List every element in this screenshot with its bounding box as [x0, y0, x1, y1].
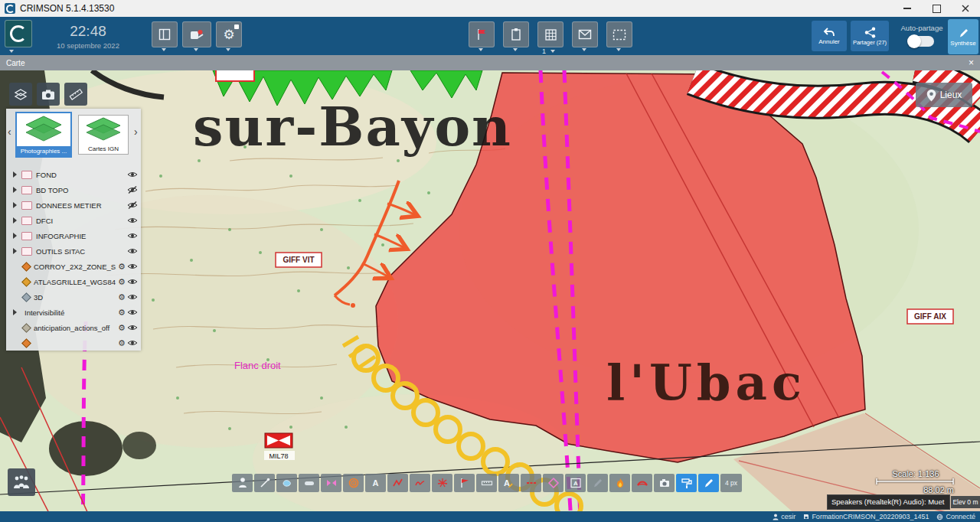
layer-row-3d[interactable]: 3D ⚙: [6, 289, 141, 305]
layout-caret[interactable]: [162, 48, 166, 51]
flag-tool-button[interactable]: [454, 474, 475, 492]
layer-row-donnees-metier[interactable]: DONNEES METIER: [6, 197, 141, 213]
layer-row-intervisibilite[interactable]: Intervisibilité ⚙: [6, 305, 141, 320]
freehand-tool-button[interactable]: [410, 474, 430, 492]
layer-gear-icon[interactable]: ⚙: [116, 262, 127, 272]
autoshare-toggle[interactable]: [908, 36, 934, 47]
cutoff-label-box[interactable]: [216, 70, 254, 81]
map-canvas[interactable]: sur-Bayon l'Ubac GIFF VIT GIFF AIX Flanc…: [0, 70, 980, 511]
cleanup-caret[interactable]: [194, 48, 198, 51]
tab-close-icon[interactable]: ×: [969, 57, 974, 68]
layer-row-fond[interactable]: FOND: [6, 167, 141, 182]
eye-icon[interactable]: [127, 336, 141, 350]
layout-button[interactable]: [152, 21, 178, 47]
eye-icon[interactable]: [127, 275, 141, 289]
clipboard-caret[interactable]: [513, 48, 518, 51]
message-button[interactable]: [572, 21, 598, 47]
grid-button[interactable]: [537, 21, 564, 47]
eye-slash-icon[interactable]: [127, 183, 141, 197]
layer-row-corroy[interactable]: CORROY_2X2_ZONE_S... ⚙: [6, 259, 141, 274]
expander-icon[interactable]: [13, 248, 17, 254]
tab-carte[interactable]: Carte: [6, 59, 24, 67]
share-button[interactable]: Partager (27): [851, 21, 889, 51]
lieux-button[interactable]: Lieux: [916, 83, 972, 107]
mil78-symbol[interactable]: MIL78: [264, 433, 295, 460]
burst-tool-button[interactable]: [432, 474, 452, 492]
line-tool-button[interactable]: [254, 474, 275, 492]
expander-icon[interactable]: [13, 202, 17, 208]
layers-button[interactable]: [9, 83, 32, 106]
diamond-tool-button[interactable]: [543, 474, 564, 492]
eye-icon[interactable]: [127, 305, 141, 319]
cleanup-button[interactable]: [182, 21, 211, 47]
flanc-droit-label[interactable]: Flanc droit: [234, 360, 281, 371]
eye-slash-icon[interactable]: [127, 198, 141, 212]
snapshot-tool-button[interactable]: [654, 474, 675, 492]
dash-tool-button[interactable]: [521, 474, 541, 492]
flame-tool-button[interactable]: [609, 474, 630, 492]
layer-row-unnamed[interactable]: ⚙: [6, 335, 141, 351]
measure-button[interactable]: [64, 83, 87, 106]
target-tool-button[interactable]: [343, 474, 364, 492]
edit-tool-button[interactable]: [587, 474, 608, 492]
layer-gear-icon[interactable]: ⚙: [116, 292, 127, 302]
layer-gear-icon[interactable]: ⚙: [116, 277, 127, 287]
layer-row-bd-topo[interactable]: BD TOPO: [6, 182, 141, 197]
arc-tool-button[interactable]: [632, 474, 652, 492]
layer-row-atlasgrille[interactable]: ATLASGRILLE4_WGS84 ⚙: [6, 274, 141, 289]
selection-caret[interactable]: [616, 48, 621, 51]
polyline-tool-button[interactable]: [387, 474, 408, 492]
basemap-cartes-ign[interactable]: Cartes IGN: [78, 115, 129, 155]
layer-row-outils-sitac[interactable]: OUTILS SITAC: [6, 243, 141, 259]
poi-caret[interactable]: [479, 48, 483, 51]
basemap-next-icon[interactable]: ›: [134, 126, 138, 138]
eye-icon[interactable]: [127, 290, 141, 304]
undo-button[interactable]: Annuler: [812, 21, 847, 51]
eye-icon[interactable]: [127, 259, 141, 273]
poi-button[interactable]: [469, 21, 495, 47]
area-tool-button[interactable]: [276, 474, 297, 492]
expander-icon[interactable]: [13, 233, 17, 239]
paint-tool-button[interactable]: [676, 474, 697, 492]
eye-icon[interactable]: [127, 321, 141, 334]
settings-caret[interactable]: [226, 48, 230, 51]
minimize-button[interactable]: [893, 0, 922, 17]
screenshot-button[interactable]: [37, 83, 60, 106]
layer-gear-icon[interactable]: ⚙: [116, 338, 127, 348]
eye-icon[interactable]: [127, 244, 141, 258]
giff-vit-label[interactable]: GIFF VIT: [276, 253, 322, 267]
synthese-button[interactable]: Synthèse: [948, 19, 978, 54]
app-menu-caret[interactable]: [9, 50, 14, 53]
expander-icon[interactable]: [13, 171, 17, 178]
expander-icon[interactable]: [13, 217, 17, 223]
maximize-button[interactable]: [922, 0, 951, 17]
eye-icon[interactable]: [127, 229, 141, 243]
brush-size-chip[interactable]: 4 px: [720, 474, 742, 492]
layer-gear-icon[interactable]: ⚙: [116, 323, 127, 333]
app-menu-button[interactable]: [5, 20, 32, 47]
selection-button[interactable]: [606, 21, 632, 47]
clipboard-button[interactable]: [503, 21, 529, 47]
textbox-tool-button[interactable]: A: [565, 474, 586, 492]
text-tool-button[interactable]: A: [365, 474, 386, 492]
eraser-tool-button[interactable]: [299, 474, 319, 492]
grid-caret[interactable]: [550, 50, 555, 53]
basemap-prev-icon[interactable]: ‹: [8, 126, 11, 138]
label-tool-button[interactable]: A: [498, 474, 519, 492]
layer-row-dfci[interactable]: DFCI: [6, 213, 141, 228]
pencil-tool-button[interactable]: [698, 474, 719, 492]
eye-icon[interactable]: [127, 214, 141, 227]
message-caret[interactable]: [582, 48, 586, 51]
giff-aix-label[interactable]: GIFF AIX: [907, 309, 953, 324]
expander-icon[interactable]: [13, 309, 17, 315]
settings-button[interactable]: ⚙: [216, 21, 242, 47]
units-button[interactable]: [8, 468, 35, 496]
eye-icon[interactable]: [127, 168, 141, 181]
layer-row-anticipation[interactable]: anticipation_actions_off ⚙: [6, 320, 141, 335]
basemap-photographies[interactable]: Photographies ...: [15, 112, 72, 158]
expander-icon[interactable]: [13, 187, 17, 193]
unit-tool-button[interactable]: [232, 474, 253, 492]
layer-gear-icon[interactable]: ⚙: [116, 308, 127, 318]
ruler-tool-button[interactable]: [476, 474, 497, 492]
layer-row-infographie[interactable]: INFOGRAPHIE: [6, 228, 141, 243]
